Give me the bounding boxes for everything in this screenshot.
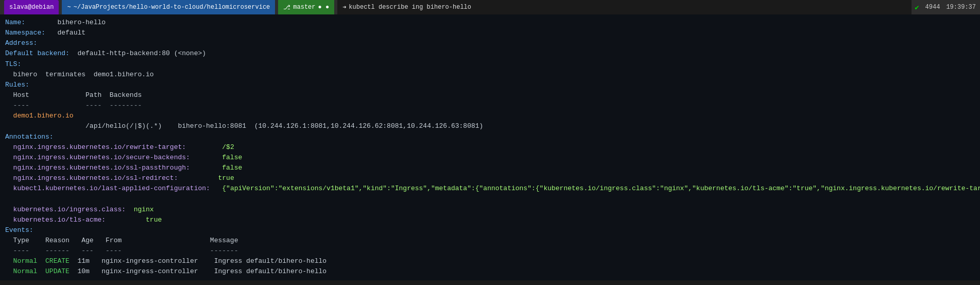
rules-sep: ---- ---- -------- bbox=[5, 102, 142, 109]
command-text: kubectl describe ing bihero-hello bbox=[349, 4, 471, 11]
default-backend-label: Default backend: bbox=[5, 49, 70, 57]
tab-user[interactable]: slava@debian bbox=[4, 0, 59, 14]
blank-line bbox=[5, 195, 9, 203]
annotation-secure-key: nginx.ingress.kubernetes.io/secure-backe… bbox=[5, 154, 190, 161]
address-label: Address: bbox=[5, 39, 37, 47]
ingress-class-key: kubernetes.io/ingress.class: bbox=[5, 206, 126, 213]
events-header: Type Reason Age From Message bbox=[5, 237, 238, 244]
terminal-bar: slava@debian ~ ~/JavaProjects/hello-worl… bbox=[0, 0, 980, 14]
annotation-ssl-pass-val: false bbox=[190, 164, 242, 172]
namespace-label: Namespace: bbox=[5, 29, 45, 37]
command-prompt-icon: ➜ bbox=[342, 4, 346, 11]
name-label: Name: bbox=[5, 19, 25, 26]
tab-branch[interactable]: ⎇ master ● ● bbox=[278, 0, 334, 14]
event-1-type: Normal bbox=[5, 257, 37, 265]
events-label: Events: bbox=[5, 226, 33, 234]
rules-header: Host Path Backends bbox=[5, 91, 142, 99]
default-backend-value: default-http-backend:80 (<none>) bbox=[77, 49, 206, 57]
annotation-rewrite-key: nginx.ingress.kubernetes.io/rewrite-targ… bbox=[5, 143, 186, 151]
event-row-1: Normal CREATE 11m nginx-ingress-controll… bbox=[5, 257, 326, 265]
annotations-label: Annotations: bbox=[5, 133, 54, 141]
name-value: bihero-hello bbox=[57, 19, 106, 26]
events-sep: ---- ------ --- ---- ------- bbox=[5, 247, 238, 255]
path-label: ~/JavaProjects/hello-world-to-cloud/hell… bbox=[74, 4, 270, 11]
rules-path-backend: /api/hello(/|$)(.*) bihero-hello:8081 (1… bbox=[5, 122, 483, 130]
tls-label: TLS: bbox=[5, 60, 21, 68]
ingress-class-val: nginx bbox=[126, 206, 154, 213]
rules-host: demo1.bihero.io bbox=[5, 112, 74, 120]
pid-label: 4944 bbox=[925, 4, 940, 11]
namespace-value: default bbox=[57, 29, 85, 37]
branch-dots: ● ● bbox=[318, 4, 330, 11]
tilde-icon: ~ bbox=[67, 4, 71, 11]
annotation-ssl-redir-key: nginx.ingress.kubernetes.io/ssl-redirect… bbox=[5, 174, 178, 182]
tls-acme-val: true bbox=[106, 216, 162, 224]
rules-label: Rules: bbox=[5, 81, 29, 89]
annotation-secure-val: false bbox=[190, 154, 242, 161]
event-2-type: Normal bbox=[5, 267, 37, 275]
user-host-label: slava@debian bbox=[9, 4, 54, 11]
checkmark-icon: ✔ bbox=[915, 3, 919, 12]
tab-right: ✔ 4944 19:39:37 bbox=[915, 3, 976, 12]
branch-name: master bbox=[293, 4, 315, 11]
annotation-ssl-redir-val: true bbox=[178, 174, 234, 182]
event-1-reason: CREATE bbox=[45, 257, 70, 265]
event-row-2: Normal UPDATE 10m nginx-ingress-controll… bbox=[5, 267, 326, 275]
annotation-ssl-pass-key: nginx.ingress.kubernetes.io/ssl-passthro… bbox=[5, 164, 190, 172]
terminal-window: slava@debian ~ ~/JavaProjects/hello-worl… bbox=[0, 0, 980, 280]
event-2-reason: UPDATE bbox=[45, 267, 70, 275]
tab-path[interactable]: ~ ~/JavaProjects/hello-world-to-cloud/he… bbox=[62, 0, 275, 14]
time-label: 19:39:37 bbox=[946, 4, 976, 11]
tls-acme-key: kubernetes.io/tls-acme: bbox=[5, 216, 106, 224]
terminal-body[interactable]: Name: bihero-hello Namespace: default Ad… bbox=[0, 14, 980, 280]
branch-icon: ⎇ bbox=[283, 4, 290, 11]
tab-command: ➜ kubectl describe ing bihero-hello bbox=[337, 0, 912, 14]
annotation-last-val: {"apiVersion":"extensions/v1beta1","kind… bbox=[210, 185, 980, 192]
annotation-last-key: kubectl.kubernetes.io/last-applied-confi… bbox=[5, 185, 210, 192]
tls-line: bihero terminates demo1.bihero.io bbox=[5, 71, 154, 78]
annotation-rewrite-val: /$2 bbox=[186, 143, 234, 151]
